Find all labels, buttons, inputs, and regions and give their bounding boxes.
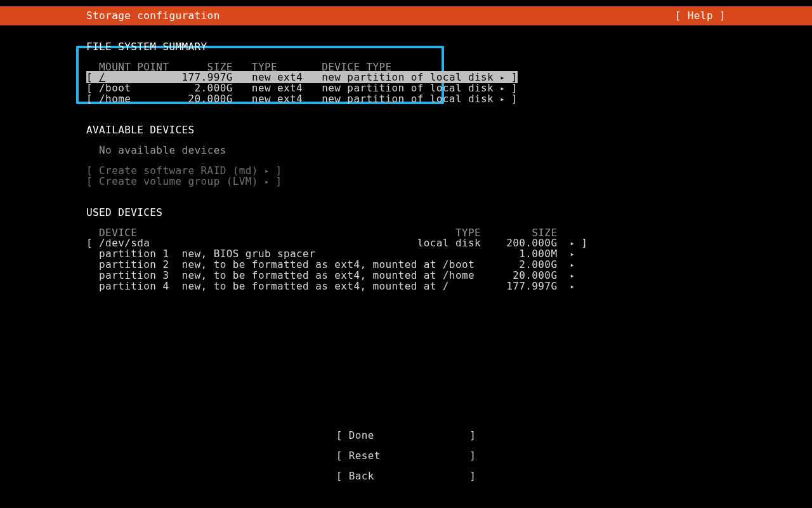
title-bar: Storage configuration [ Help ] <box>0 6 812 25</box>
no-available-devices: No available devices <box>99 144 226 156</box>
available-heading: AVAILABLE DEVICES <box>86 124 195 136</box>
fs-summary-heading: FILE SYSTEM SUMMARY <box>86 41 207 53</box>
chevron-right-icon: ▸ <box>500 94 505 104</box>
page-title: Storage configuration <box>0 11 220 21</box>
chevron-right-icon: ▸ <box>570 260 575 270</box>
used-partition-row[interactable]: partition 4 new, to be formatted as ext4… <box>86 280 575 292</box>
help-button[interactable]: [ Help ] <box>675 11 812 21</box>
back-button[interactable]: [ Back ] <box>0 471 812 481</box>
used-heading: USED DEVICES <box>86 206 162 218</box>
available-action-disabled: [ Create volume group (LVM) ▸ ] <box>86 175 282 187</box>
chevron-right-icon: ▸ <box>570 238 575 248</box>
chevron-right-icon: ▸ <box>500 83 505 93</box>
chevron-right-icon: ▸ <box>570 249 575 259</box>
chevron-right-icon: ▸ <box>570 281 575 291</box>
fs-row[interactable]: [ /home 20.000G new ext4 new partition o… <box>86 93 518 105</box>
chevron-right-icon: ▸ <box>500 72 505 83</box>
done-button[interactable]: [ Done ] <box>0 431 812 441</box>
reset-button[interactable]: [ Reset ] <box>0 451 812 461</box>
chevron-right-icon: ▸ <box>570 271 575 281</box>
